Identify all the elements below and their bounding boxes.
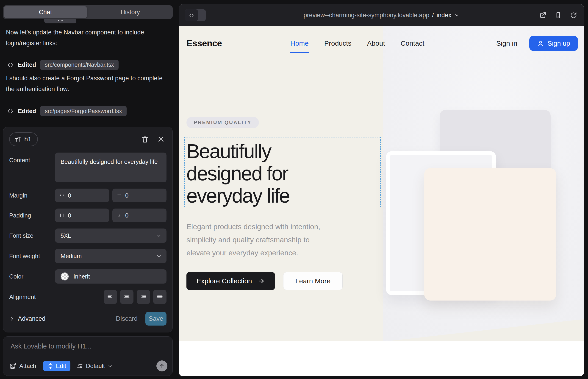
chevron-down-icon xyxy=(156,253,162,259)
preview-window: preview--charming-site-symphony.lovable.… xyxy=(179,4,584,376)
margin-label: Margin xyxy=(9,192,55,199)
content-label: Content xyxy=(9,157,55,164)
edited-file-row: Edited src/pages/ForgotPassword.tsx xyxy=(7,106,127,116)
padding-vertical-icon xyxy=(117,213,122,218)
font-weight-label: Font weight xyxy=(9,253,55,260)
hero-heading[interactable]: Beautifully designed for everyday life xyxy=(186,140,289,207)
alignment-label: Alignment xyxy=(9,293,55,300)
padding-x-input[interactable]: 0 xyxy=(55,208,109,222)
lovable-side-panel: Chat History Now let's update the Navbar… xyxy=(0,0,179,379)
color-select[interactable]: Inherit xyxy=(55,269,167,284)
edit-mode-chip[interactable]: Edit xyxy=(43,361,70,371)
color-swatch xyxy=(61,272,69,281)
font-weight-select[interactable]: Medium xyxy=(55,249,167,263)
chevron-right-icon xyxy=(9,316,15,321)
nav-link-home[interactable]: Home xyxy=(290,39,309,47)
nav-link-about[interactable]: About xyxy=(367,39,385,47)
selected-element-tag: h1 xyxy=(9,132,38,146)
sign-up-button[interactable]: Sign up xyxy=(529,36,578,51)
decorative-card-cream xyxy=(424,168,556,300)
nav-link-products[interactable]: Products xyxy=(324,39,351,47)
align-right-button[interactable] xyxy=(137,290,150,304)
element-editor-panel: h1 Content Beautifully designed for ever… xyxy=(3,127,173,332)
prompt-input-box[interactable]: Ask Lovable to modify H1... Attach Edit … xyxy=(3,336,173,376)
sliders-icon xyxy=(76,363,83,369)
hero-paragraph: Elegant products designed with intention… xyxy=(186,220,320,259)
code-view-toggle[interactable] xyxy=(185,9,206,21)
file-chip[interactable]: src/pages/ForgotPassword.tsx xyxy=(40,106,126,116)
url-separator: / xyxy=(432,12,434,19)
premium-quality-badge: PREMIUM QUALITY xyxy=(186,117,259,128)
explore-collection-button[interactable]: Explore Collection xyxy=(186,272,275,290)
tag-label: h1 xyxy=(24,136,31,143)
chevron-down-icon xyxy=(108,363,113,368)
hero-section: Essence Home Products About Contact Sign… xyxy=(179,26,584,341)
url-page: index xyxy=(437,12,451,19)
delete-element-button[interactable] xyxy=(139,134,150,145)
edited-file-row: Edited src/components/Navbar.tsx xyxy=(7,60,119,70)
preview-url[interactable]: preview--charming-site-symphony.lovable.… xyxy=(304,12,459,19)
margin-x-input[interactable]: 0 xyxy=(55,189,109,202)
sign-in-link[interactable]: Sign in xyxy=(496,39,517,47)
url-host: preview--charming-site-symphony.lovable.… xyxy=(304,12,430,19)
save-button[interactable]: Save xyxy=(145,312,167,326)
attach-button[interactable]: Attach xyxy=(9,362,36,370)
code-icon xyxy=(7,62,14,68)
open-external-icon[interactable] xyxy=(539,12,547,19)
chat-message: Now let's update the Navbar component to… xyxy=(6,27,169,49)
site-navbar: Essence Home Products About Contact Sign… xyxy=(179,26,584,61)
edited-label: Edited xyxy=(18,61,36,68)
padding-y-input[interactable]: 0 xyxy=(112,208,167,222)
arrow-right-icon xyxy=(258,278,265,284)
padding-horizontal-icon xyxy=(59,213,65,218)
chevron-down-icon xyxy=(454,13,459,18)
mobile-view-icon[interactable] xyxy=(555,12,562,19)
padding-label: Padding xyxy=(9,212,55,219)
margin-vertical-icon xyxy=(117,193,122,198)
mode-select[interactable]: Default xyxy=(76,363,113,370)
color-label: Color xyxy=(9,273,55,280)
clipped-scrolled-chip xyxy=(44,19,76,23)
content-input[interactable]: Beautifully designed for everyday life xyxy=(55,153,167,182)
tab-chat[interactable]: Chat xyxy=(4,6,87,18)
chat-message: I should also create a Forgot Password p… xyxy=(6,73,169,95)
align-justify-button[interactable] xyxy=(153,290,167,304)
align-center-button[interactable] xyxy=(120,290,134,304)
send-button[interactable] xyxy=(156,360,167,371)
preview-site: Essence Home Products About Contact Sign… xyxy=(179,26,584,376)
target-icon xyxy=(47,363,54,369)
chat-history-tabbar: Chat History xyxy=(3,5,173,19)
preview-chrome-bar: preview--charming-site-symphony.lovable.… xyxy=(179,4,584,26)
refresh-icon[interactable] xyxy=(570,12,577,19)
user-icon xyxy=(537,40,544,47)
tab-history[interactable]: History xyxy=(89,6,172,18)
attach-image-icon xyxy=(9,362,16,370)
type-icon xyxy=(14,136,22,143)
file-chip[interactable]: src/components/Navbar.tsx xyxy=(40,60,119,70)
prompt-placeholder[interactable]: Ask Lovable to modify H1... xyxy=(11,343,167,350)
font-size-select[interactable]: 5XL xyxy=(55,228,167,243)
advanced-toggle[interactable]: Advanced xyxy=(9,315,46,322)
chevron-down-icon xyxy=(156,233,162,238)
site-logo[interactable]: Essence xyxy=(186,38,222,48)
code-icon xyxy=(7,108,14,115)
nav-link-contact[interactable]: Contact xyxy=(401,39,424,47)
margin-y-input[interactable]: 0 xyxy=(112,189,167,202)
align-left-button[interactable] xyxy=(104,290,117,304)
discard-button[interactable]: Discard xyxy=(116,315,138,322)
edited-label: Edited xyxy=(18,108,36,115)
code-icon xyxy=(185,9,198,21)
close-editor-button[interactable] xyxy=(155,134,167,145)
font-size-label: Font size xyxy=(9,232,55,239)
margin-horizontal-icon xyxy=(59,193,65,198)
learn-more-button[interactable]: Learn More xyxy=(283,272,343,290)
